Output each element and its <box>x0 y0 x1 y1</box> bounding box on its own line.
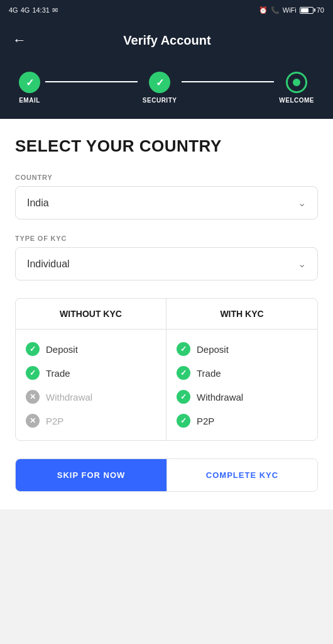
item-p2p-with-kyc: P2P <box>197 416 214 426</box>
cross-icon: ✕ <box>26 414 40 428</box>
item-trade-with-kyc: Trade <box>197 368 221 379</box>
kyc-type-chevron-icon: ⌄ <box>298 258 306 270</box>
steps-bar: ✓ EMAIL ✓ SECURITY WELCOME <box>0 60 333 119</box>
with-kyc-col: ✓ Deposit ✓ Trade ✓ Withdrawal ✓ P2P <box>166 330 317 440</box>
kyc-table-body: ✓ Deposit ✓ Trade ✕ Withdrawal ✕ P2P <box>16 330 317 440</box>
message-icon: ✉ <box>52 6 58 14</box>
page-title: Verify Account <box>36 33 298 48</box>
step-security: ✓ SECURITY <box>143 72 177 104</box>
cross-icon: ✕ <box>26 390 40 404</box>
section-title: SELECT YOUR COUNTRY <box>15 136 318 156</box>
signal-4g-right: 4G <box>21 6 30 14</box>
bottom-spacer <box>0 509 333 535</box>
check-icon: ✓ <box>26 366 40 380</box>
alarm-icon: ⏰ <box>259 6 268 14</box>
action-buttons: SKIP FOR NOW COMPLETE KYC <box>15 458 318 492</box>
skip-for-now-button[interactable]: SKIP FOR NOW <box>16 459 166 491</box>
step-welcome-label: WELCOME <box>279 97 314 104</box>
list-item: ✓ Withdrawal <box>177 390 307 404</box>
step-security-label: SECURITY <box>143 97 177 104</box>
status-time: 14:31 <box>32 6 50 14</box>
main-content: SELECT YOUR COUNTRY COUNTRY India ⌄ TYPE… <box>0 119 333 509</box>
status-bar: 4G 4G 14:31 ✉ ⏰ 📞 WiFi 70 <box>0 0 333 20</box>
signal-4g-left: 4G <box>9 6 18 14</box>
step-line-1 <box>45 81 138 82</box>
step-email-label: EMAIL <box>19 97 40 104</box>
battery-percent: 70 <box>317 6 324 14</box>
country-value: India <box>27 197 49 209</box>
item-p2p-no-kyc: P2P <box>46 416 63 426</box>
col-with-kyc-header: WITH KYC <box>166 299 317 329</box>
list-item: ✕ P2P <box>26 414 156 428</box>
kyc-type-select[interactable]: Individual ⌄ <box>15 247 318 280</box>
complete-kyc-button[interactable]: COMPLETE KYC <box>166 459 317 491</box>
country-label: COUNTRY <box>15 174 318 181</box>
call-icon: 📞 <box>271 6 280 14</box>
item-withdrawal-no-kyc: Withdrawal <box>46 392 92 402</box>
step-welcome: WELCOME <box>279 72 314 104</box>
header: ← Verify Account <box>0 20 333 60</box>
check-icon: ✓ <box>177 414 190 428</box>
step-email: ✓ EMAIL <box>19 72 40 104</box>
kyc-type-label: TYPE OF KYC <box>15 235 318 242</box>
status-left: 4G 4G 14:31 ✉ <box>9 6 58 14</box>
status-right: ⏰ 📞 WiFi 70 <box>259 6 324 14</box>
check-icon: ✓ <box>177 342 190 356</box>
step-email-check: ✓ <box>26 77 34 89</box>
list-item: ✓ Deposit <box>26 342 156 356</box>
kyc-type-value: Individual <box>27 258 70 270</box>
step-security-check: ✓ <box>156 77 164 89</box>
country-chevron-icon: ⌄ <box>298 197 306 209</box>
item-deposit-with-kyc: Deposit <box>197 344 229 355</box>
list-item: ✓ P2P <box>177 414 307 428</box>
list-item: ✓ Trade <box>177 366 307 380</box>
step-email-circle: ✓ <box>19 72 40 93</box>
kyc-comparison-table: WITHOUT KYC WITH KYC ✓ Deposit ✓ Trade ✕… <box>15 298 318 441</box>
item-withdrawal-with-kyc: Withdrawal <box>197 392 243 402</box>
battery-icon <box>300 7 314 14</box>
item-deposit-no-kyc: Deposit <box>46 344 78 355</box>
wifi-icon: WiFi <box>283 6 297 14</box>
step-security-circle: ✓ <box>149 72 170 93</box>
col-without-kyc-header: WITHOUT KYC <box>16 299 166 329</box>
step-welcome-circle <box>286 72 307 93</box>
list-item: ✕ Withdrawal <box>26 390 156 404</box>
kyc-table-header: WITHOUT KYC WITH KYC <box>16 299 317 330</box>
back-button[interactable]: ← <box>13 32 26 48</box>
step-line-2 <box>182 81 274 82</box>
check-icon: ✓ <box>177 366 190 380</box>
item-trade-no-kyc: Trade <box>46 368 70 379</box>
without-kyc-col: ✓ Deposit ✓ Trade ✕ Withdrawal ✕ P2P <box>16 330 166 440</box>
list-item: ✓ Deposit <box>177 342 307 356</box>
check-icon: ✓ <box>26 342 40 356</box>
check-icon: ✓ <box>177 390 190 404</box>
list-item: ✓ Trade <box>26 366 156 380</box>
country-select[interactable]: India ⌄ <box>15 186 318 219</box>
